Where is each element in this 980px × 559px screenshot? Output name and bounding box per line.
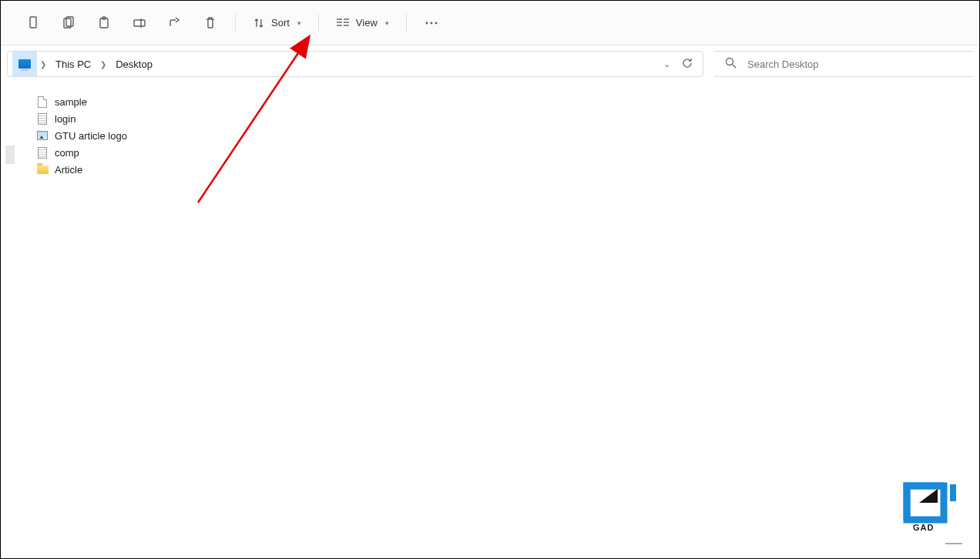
file-name: Article — [55, 164, 82, 176]
file-name: GTU article logo — [55, 130, 127, 142]
breadcrumb-separator: ❯ — [97, 60, 109, 69]
resize-handle[interactable] — [945, 543, 962, 544]
file-item[interactable]: comp — [21, 144, 127, 161]
file-item[interactable]: Article — [21, 161, 127, 178]
this-pc-icon — [18, 59, 31, 69]
breadcrumb-label: Desktop — [116, 59, 153, 70]
toolbar-separator — [318, 14, 319, 32]
delete-button[interactable] — [195, 9, 226, 37]
breadcrumb-this-pc[interactable]: This PC — [49, 52, 97, 76]
sort-icon — [253, 17, 265, 29]
more-button[interactable] — [416, 9, 447, 37]
toolbar-separator — [235, 14, 236, 32]
rename-button[interactable] — [124, 9, 155, 37]
address-history-chevron-icon[interactable]: ⌄ — [663, 59, 670, 69]
svg-rect-5 — [134, 20, 145, 26]
search-icon — [725, 57, 737, 71]
file-item[interactable]: GTU article logo — [21, 127, 127, 144]
file-name: comp — [55, 147, 79, 159]
breadcrumb-separator: ❯ — [37, 60, 49, 69]
chevron-down-icon: ▾ — [385, 19, 389, 27]
text-file-icon — [36, 112, 49, 125]
folder-ic-icon — [36, 163, 49, 176]
toolbar-separator — [406, 14, 407, 32]
svg-point-16 — [727, 59, 733, 65]
file-item[interactable]: sample — [21, 93, 127, 110]
view-icon — [336, 18, 350, 28]
watermark-text: GAD — [913, 523, 934, 532]
sort-button[interactable]: Sort ▾ — [245, 9, 309, 37]
svg-rect-19 — [950, 484, 956, 501]
view-button[interactable]: View ▾ — [328, 9, 397, 37]
search-bar[interactable] — [714, 51, 973, 77]
file-item[interactable]: login — [21, 110, 127, 127]
blank-file-icon — [36, 95, 49, 108]
svg-line-17 — [733, 65, 736, 68]
view-label: View — [356, 17, 378, 28]
navigation-row: ❯ This PC ❯ Desktop ⌄ — [1, 45, 979, 82]
search-input[interactable] — [746, 58, 973, 71]
text-file-icon — [36, 146, 49, 159]
svg-rect-3 — [100, 18, 108, 28]
toolbar: Sort ▾ View ▾ — [1, 1, 979, 45]
breadcrumb-root-icon[interactable] — [12, 52, 37, 76]
svg-point-15 — [435, 22, 437, 24]
svg-point-13 — [425, 22, 428, 24]
copy-button[interactable] — [53, 9, 84, 37]
nav-pane-handle[interactable] — [5, 146, 15, 164]
svg-point-14 — [430, 22, 432, 24]
nav-pane-collapsed[interactable] — [1, 82, 21, 558]
paste-button[interactable] — [89, 9, 119, 37]
file-name: login — [55, 113, 76, 125]
file-list: sampleloginGTU article logocompArticle — [21, 82, 127, 558]
refresh-button[interactable] — [681, 57, 693, 72]
content-area: sampleloginGTU article logocompArticle — [1, 82, 979, 558]
breadcrumb-label: This PC — [55, 59, 91, 70]
sort-label: Sort — [271, 17, 290, 28]
breadcrumb-desktop[interactable]: Desktop — [109, 52, 159, 76]
address-bar[interactable]: ❯ This PC ❯ Desktop ⌄ — [7, 51, 703, 77]
share-button[interactable] — [159, 9, 190, 37]
cut-button[interactable] — [18, 9, 49, 37]
explorer-window: Sort ▾ View ▾ ❯ This PC ❯ Desk — [0, 0, 980, 559]
chevron-down-icon: ▾ — [297, 19, 301, 27]
watermark-logo: GAD — [902, 477, 972, 532]
img-file-icon — [36, 129, 49, 142]
svg-rect-0 — [30, 17, 36, 28]
file-name: sample — [55, 96, 87, 108]
